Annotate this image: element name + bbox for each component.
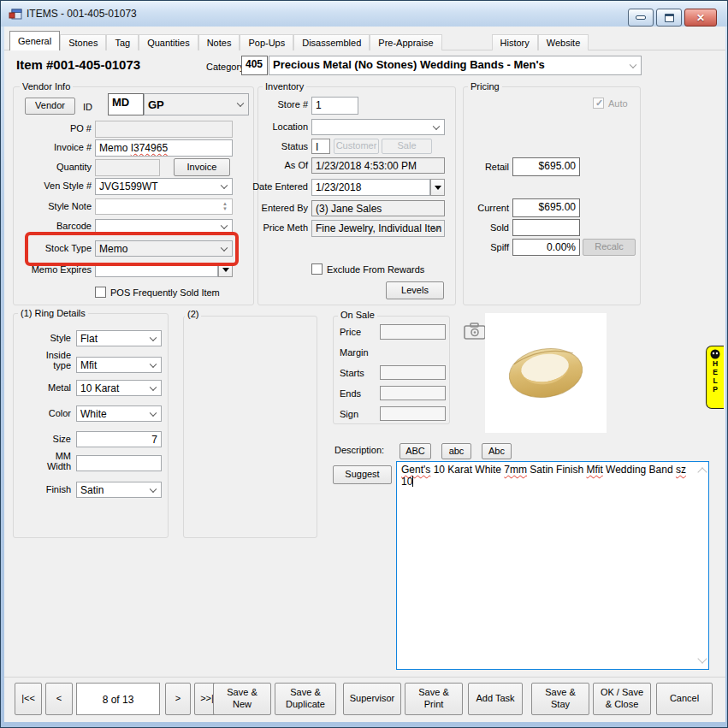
add-task-button[interactable]: Add Task: [468, 683, 523, 715]
retail-field[interactable]: $695.00: [512, 157, 580, 176]
uppercase-button[interactable]: ABC: [400, 443, 431, 459]
vendor-id-field[interactable]: MD: [108, 93, 144, 115]
camera-icon[interactable]: [464, 323, 486, 340]
tab-notes[interactable]: Notes: [198, 34, 240, 50]
help-tab[interactable]: H E L P: [706, 346, 724, 409]
current-label: Current: [466, 203, 509, 213]
window-title: ITEMS - 001-405-01073: [27, 8, 137, 20]
tab-tag[interactable]: Tag: [106, 34, 139, 50]
lowercase-button[interactable]: abc: [441, 443, 471, 459]
date-entered-label: Date Entered: [243, 181, 308, 192]
inside-type-label: Inside type: [37, 350, 71, 370]
ok-save-close-button[interactable]: OK / Save & Close: [593, 683, 651, 715]
title-bar[interactable]: ITEMS - 001-405-01073 ✕: [1, 1, 727, 27]
tab-history[interactable]: History: [492, 34, 538, 50]
entered-by-field: (3) Jane Sales: [311, 200, 445, 216]
current-field[interactable]: $695.00: [512, 198, 580, 217]
style-note-label: Style Note: [21, 201, 92, 211]
items-window: ITEMS - 001-405-01073 ✕ General Stones T…: [0, 0, 728, 728]
tab-disassembled[interactable]: Disassembled: [293, 34, 370, 50]
previous-record-button[interactable]: <: [45, 683, 73, 715]
minimize-button[interactable]: [628, 9, 654, 27]
price-meth-select[interactable]: Fine Jewelry, Individual Iten: [311, 220, 445, 237]
ven-style-select[interactable]: JVG1599WT: [95, 178, 233, 195]
sale-sign-field[interactable]: [380, 406, 446, 421]
location-label: Location: [243, 121, 308, 132]
sale-button[interactable]: Sale: [382, 139, 432, 154]
vendor-button[interactable]: Vendor: [25, 98, 75, 115]
sale-price-label: Price: [340, 327, 361, 337]
ring-details-group: [13, 313, 169, 538]
tab-stones[interactable]: Stones: [60, 34, 106, 50]
levels-button[interactable]: Levels: [386, 281, 444, 299]
maximize-button[interactable]: [656, 9, 682, 27]
save-duplicate-button[interactable]: Save & Duplicate: [275, 683, 336, 715]
suggest-button[interactable]: Suggest: [333, 465, 392, 484]
status-field[interactable]: I: [311, 139, 330, 154]
finish-select[interactable]: Satin: [76, 482, 162, 498]
app-icon: [9, 7, 22, 21]
spinner-icon[interactable]: ▲▼: [220, 201, 230, 211]
location-select[interactable]: [311, 119, 445, 135]
tab-general[interactable]: General: [9, 31, 60, 50]
quantity-field[interactable]: [95, 159, 160, 176]
as-of-label: As Of: [243, 160, 308, 170]
next-record-button[interactable]: >: [165, 683, 191, 715]
recalc-button[interactable]: Recalc: [583, 239, 636, 256]
tab-pre-appraise[interactable]: Pre-Appraise: [370, 34, 441, 50]
pos-frequently-sold-checkbox[interactable]: [95, 287, 106, 298]
store-field[interactable]: 1: [311, 97, 358, 115]
record-position: 8 of 13: [76, 683, 160, 715]
chevron-down-icon: [150, 334, 157, 340]
sale-price-field[interactable]: [380, 324, 446, 340]
date-entered-field[interactable]: 1/23/2018: [311, 179, 430, 196]
tab-quantities[interactable]: Quantities: [139, 34, 198, 50]
po-field[interactable]: [95, 121, 233, 138]
sold-field[interactable]: [512, 219, 580, 236]
invoice-label: Invoice #: [21, 142, 92, 152]
titlecase-button[interactable]: Abc: [482, 443, 512, 459]
date-entered-dropdown-button[interactable]: [430, 179, 445, 196]
auto-checkbox[interactable]: ✓: [593, 98, 604, 109]
description-label: Description:: [334, 445, 384, 455]
style-note-field[interactable]: ▲▼: [95, 198, 233, 215]
sale-starts-field[interactable]: [380, 365, 446, 380]
save-stay-button[interactable]: Save & Stay: [531, 683, 589, 715]
ring-style-select[interactable]: Flat: [76, 330, 162, 346]
mm-width-label: MM Width: [37, 451, 71, 471]
vendor-code-select[interactable]: GP: [144, 93, 249, 115]
close-button[interactable]: ✕: [684, 9, 717, 27]
tab-website[interactable]: Website: [538, 34, 589, 50]
close-icon: ✕: [696, 12, 705, 24]
save-new-button[interactable]: Save & New: [213, 683, 271, 715]
color-select[interactable]: White: [76, 405, 162, 422]
cancel-button[interactable]: Cancel: [656, 683, 713, 715]
inside-type-select[interactable]: Mfit: [76, 357, 162, 373]
finish-label: Finish: [18, 484, 71, 494]
category-code-field[interactable]: 405: [241, 56, 268, 75]
size-field[interactable]: 7: [76, 431, 162, 447]
exclude-rewards-checkbox[interactable]: [311, 263, 323, 275]
scroll-down-icon[interactable]: [697, 654, 707, 663]
description-textarea[interactable]: Gent's 10 Karat White 7mm Satin Finish M…: [396, 461, 709, 670]
supervisor-button[interactable]: Supervisor: [343, 683, 401, 715]
save-print-button[interactable]: Save & Print: [405, 683, 463, 715]
metal-select[interactable]: 10 Karat: [76, 380, 162, 396]
sale-ends-field[interactable]: [380, 386, 446, 400]
sale-sign-label: Sign: [340, 409, 358, 419]
mm-width-field[interactable]: [76, 455, 162, 471]
tab-popups[interactable]: Pop-Ups: [240, 34, 293, 50]
as-of-field: 1/23/2018 4:53:00 PM: [311, 157, 445, 174]
category-select[interactable]: Precious Metal (No Stones) Wedding Bands…: [269, 56, 642, 75]
invoice-button[interactable]: Invoice: [174, 158, 230, 176]
chevron-down-icon: [150, 409, 157, 416]
dropdown-arrow-icon: [222, 268, 229, 275]
status-label: Status: [243, 141, 308, 151]
customer-button[interactable]: Customer: [334, 139, 379, 154]
vendor-id-label: ID: [83, 102, 92, 112]
item-photo[interactable]: [485, 313, 607, 433]
scroll-up-icon[interactable]: [697, 467, 707, 476]
spiff-field[interactable]: 0.00%: [512, 239, 580, 256]
first-record-button[interactable]: |<<: [15, 683, 42, 715]
invoice-field[interactable]: Memo I374965: [95, 139, 233, 157]
